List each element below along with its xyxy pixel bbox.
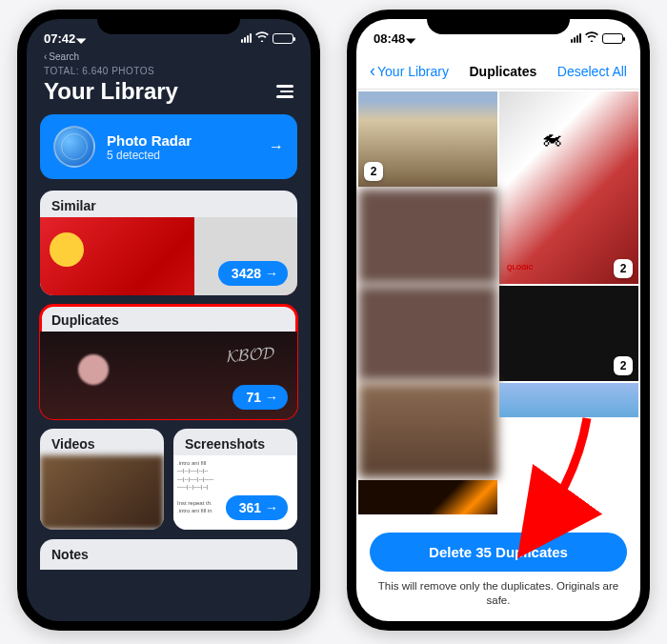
chevron-left-icon: ‹ — [370, 61, 375, 81]
delete-duplicates-button[interactable]: Delete 35 Duplicates — [370, 533, 627, 572]
videos-card[interactable]: Videos — [40, 429, 164, 530]
photo-radar-card[interactable]: Photo Radar 5 detected → — [40, 114, 297, 179]
battery-icon — [273, 33, 293, 44]
duplicate-count-badge: 2 — [364, 162, 383, 181]
duplicate-count-badge: 2 — [614, 356, 633, 375]
radar-title: Photo Radar — [107, 132, 257, 149]
photo-thumbnail[interactable]: 2 — [499, 286, 638, 381]
location-icon: ◢ — [406, 32, 417, 44]
arrow-right-icon: → — [265, 266, 278, 281]
videos-label: Videos — [40, 429, 164, 455]
location-icon: ◢ — [76, 32, 88, 44]
wifi-icon — [585, 31, 598, 45]
radar-subtitle: 5 detected — [107, 149, 257, 162]
logo-text: QLOGIC — [507, 264, 534, 271]
cellular-icon — [241, 33, 252, 43]
nav-title: Duplicates — [470, 64, 537, 79]
page-title: Your Library — [44, 78, 178, 105]
total-photos-label: TOTAL: 6.640 PHOTOS — [44, 66, 293, 76]
arrow-right-icon: → — [265, 500, 278, 515]
wifi-icon — [255, 31, 269, 45]
cellular-icon — [571, 33, 581, 43]
arrow-right-icon: → — [269, 138, 284, 155]
status-time: 07:42 — [44, 31, 75, 46]
photo-thumbnail[interactable] — [499, 383, 638, 417]
notes-card[interactable]: Notes — [40, 539, 297, 570]
back-button[interactable]: ‹ Your Library — [370, 61, 449, 81]
duplicates-label: Duplicates — [40, 305, 297, 332]
photo-thumbnail[interactable]: QLOGIC 2 — [499, 91, 638, 284]
screenshots-card[interactable]: Screenshots .intro ani fill---|--|----|-… — [173, 429, 297, 530]
delete-hint-text: This will remove only the duplicates. Or… — [370, 579, 627, 608]
nav-bar: ‹ Your Library Duplicates Deselect All — [356, 57, 640, 90]
duplicates-count-pill[interactable]: 71 → — [232, 385, 288, 410]
arrow-right-icon: → — [265, 390, 278, 405]
battery-icon — [602, 33, 623, 44]
duplicates-card[interactable]: Duplicates 𝓚𝓑𝓞𝓓 71 → — [40, 305, 297, 419]
duplicate-count-badge: 2 — [614, 259, 633, 278]
photo-grid: 2 QLOGIC 2 2 — [356, 90, 640, 523]
photo-thumbnail[interactable]: 2 — [358, 91, 497, 187]
menu-icon[interactable] — [276, 85, 293, 98]
screenshots-count-pill[interactable]: 361 → — [226, 495, 288, 520]
similar-label: Similar — [40, 191, 297, 217]
similar-card[interactable]: Similar 3428 → — [40, 191, 297, 295]
photo-thumbnail[interactable] — [358, 480, 497, 514]
similar-count-pill[interactable]: 3428 → — [218, 261, 288, 286]
radar-icon — [53, 126, 95, 168]
photo-thumbnail[interactable] — [358, 189, 497, 284]
status-time: 08:48 — [374, 31, 405, 46]
photo-thumbnail[interactable] — [358, 286, 497, 381]
deselect-all-button[interactable]: Deselect All — [557, 64, 627, 79]
videos-thumbnail — [40, 455, 164, 530]
screenshots-label: Screenshots — [173, 429, 297, 455]
photo-thumbnail[interactable] — [358, 383, 497, 478]
